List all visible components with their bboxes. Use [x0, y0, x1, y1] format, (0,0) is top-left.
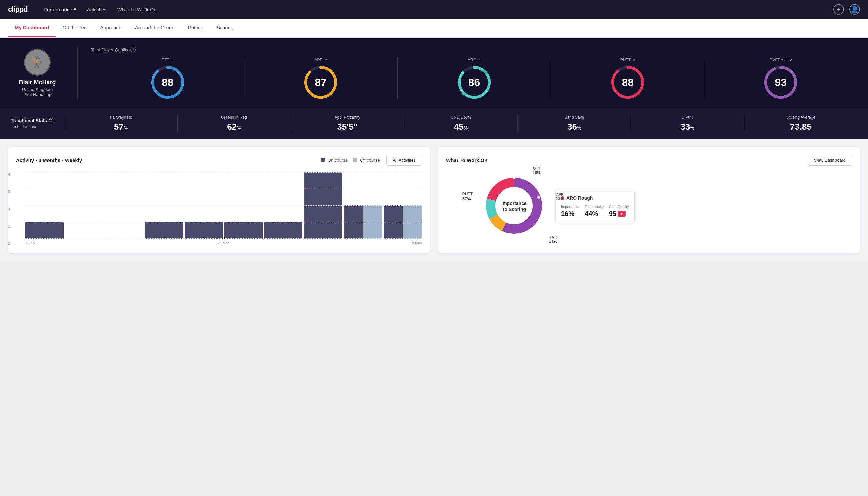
bar-dark-3	[145, 222, 183, 238]
quality-circles: OTT ↗ 88 APP ↗ 87 ARG ↗ 86 PUTT ↗ 88 OVE…	[91, 58, 857, 99]
circle-label-putt: PUTT ↗	[620, 58, 635, 62]
tooltip-title: ARG Rough	[561, 195, 629, 201]
tab-around-the-green[interactable]: Around the Green	[128, 19, 181, 37]
nav-activities[interactable]: Activities	[87, 7, 107, 12]
bar-group-4	[185, 222, 223, 238]
bar-empty-1	[65, 238, 104, 238]
stat-name-0: Fairways Hit	[110, 115, 132, 120]
circle-value-arg: 86	[468, 76, 480, 89]
opportunity-stat: Opportunity 44%	[585, 204, 603, 218]
bar-dark-5	[224, 222, 263, 238]
quality-circle-app: APP ↗ 87	[244, 58, 397, 99]
tab-my-dashboard[interactable]: My Dashboard	[8, 19, 56, 37]
quality-circle-overall: OVERALL ↗ 93	[705, 58, 857, 99]
donut-container: Importance To Scoring OTT10% APP12% ARG2…	[480, 172, 547, 240]
view-dashboard-button[interactable]: View Dashboard	[808, 155, 852, 166]
add-button[interactable]: ＋	[833, 4, 844, 15]
player-country: United Kingdom	[22, 87, 53, 92]
stats-bar: Traditional Stats ? Last 20 rounds Fairw…	[0, 108, 868, 139]
quality-section: Total Player Quality ? OTT ↗ 88 APP ↗ 87…	[91, 47, 857, 99]
bar-empty-2	[105, 238, 143, 238]
activity-card: Activity - 3 Months - Weekly On course O…	[8, 146, 430, 253]
stat-item-1: Greens In Reg 62%	[177, 115, 290, 132]
stat-name-1: Greens In Reg	[221, 115, 247, 120]
shot-quality-badge: ▼	[617, 211, 626, 217]
all-activities-button[interactable]: All Activities	[386, 155, 422, 166]
nav-right-actions: ＋ 👤	[833, 4, 860, 15]
avatar: 🏌️	[24, 49, 51, 76]
circle-label-app: APP ↗	[315, 58, 327, 62]
stat-name-6: Scoring Average	[786, 115, 815, 120]
circle-label-ott: OTT ↗	[161, 58, 174, 62]
donut-section: PUTT 57%	[446, 172, 852, 240]
tooltip-stats: Importance 16% Opportunity 44% Shot Qual…	[561, 204, 629, 218]
player-name: Blair McHarg	[19, 79, 56, 86]
stat-item-5: 1 Putt 33%	[631, 115, 744, 132]
svg-point-20	[537, 196, 540, 199]
bar-group-7	[304, 172, 343, 238]
stat-item-6: Scoring Average 73.85	[744, 115, 857, 132]
bar-group-1	[65, 238, 104, 238]
putt-label: PUTT 57%	[462, 191, 473, 201]
stat-value-4: 36%	[567, 122, 581, 132]
stat-value-6: 73.85	[790, 122, 812, 132]
circle-wrap-app: 87	[304, 66, 337, 99]
app-outer-label: APP12%	[556, 192, 564, 201]
quality-title: Total Player Quality ?	[91, 47, 857, 52]
on-course-legend: On course	[321, 158, 348, 162]
wtwo-card-header: What To Work On View Dashboard	[446, 155, 852, 166]
stat-value-2: 35'5"	[337, 122, 358, 132]
bar-group-3	[145, 222, 183, 238]
quality-circle-putt: PUTT ↗ 88	[551, 58, 704, 99]
activity-card-header: Activity - 3 Months - Weekly On course O…	[16, 155, 422, 166]
stat-name-4: Sand Save	[564, 115, 584, 120]
svg-point-19	[512, 176, 515, 179]
quality-info-icon[interactable]: ?	[130, 47, 136, 52]
stats-label-group: Traditional Stats ? Last 20 rounds	[11, 118, 64, 129]
importance-stat: Importance 16%	[561, 204, 579, 218]
circle-wrap-overall: 93	[764, 66, 798, 99]
activity-card-title: Activity - 3 Months - Weekly	[16, 157, 82, 163]
user-menu-button[interactable]: 👤	[849, 4, 860, 15]
bar-dark-0	[25, 222, 64, 238]
circle-value-ott: 88	[161, 76, 174, 89]
on-course-dot	[321, 158, 325, 161]
tooltip-card: ARG Rough Importance 16% Opportunity 44%…	[555, 189, 634, 223]
stat-name-2: App. Proximity	[335, 115, 360, 120]
stat-item-2: App. Proximity 35'5"	[291, 115, 404, 132]
chart-container: 0 1 2 3 4 7 Feb 28 M	[16, 172, 422, 246]
circle-wrap-putt: 88	[611, 66, 644, 99]
bar-light-8	[363, 205, 382, 238]
stats-title: Traditional Stats ?	[11, 118, 64, 123]
hero-section: 🏌️ Blair McHarg United Kingdom Plus Hand…	[0, 37, 868, 108]
stat-item-0: Fairways Hit 57%	[64, 115, 177, 132]
stats-subtitle: Last 20 rounds	[11, 124, 64, 129]
bar-light-9	[403, 205, 422, 238]
bar-group-9	[384, 205, 422, 238]
nav-what-to-work-on[interactable]: What To Work On	[117, 7, 157, 12]
left-labels: PUTT 57%	[446, 191, 473, 221]
stats-info-icon[interactable]: ?	[49, 118, 54, 123]
bar-dark-7	[304, 172, 343, 238]
nav-performance[interactable]: Performance ▾	[44, 6, 76, 12]
tab-scoring[interactable]: Scoring	[210, 19, 240, 37]
tab-off-the-tee[interactable]: Off the Tee	[56, 19, 93, 37]
quality-circle-arg: ARG ↗ 86	[398, 58, 551, 99]
bar-group-5	[224, 222, 263, 238]
stat-name-3: Up & Down	[451, 115, 471, 120]
bar-dark-4	[185, 222, 223, 238]
tab-putting[interactable]: Putting	[181, 19, 210, 37]
stat-value-1: 62%	[227, 122, 241, 132]
tab-approach[interactable]: Approach	[93, 19, 128, 37]
stat-item-3: Up & Down 45%	[404, 115, 517, 132]
donut-center-text: Importance To Scoring	[501, 200, 526, 212]
arg-outer-label: ARG21%	[549, 235, 557, 244]
stat-item-4: Sand Save 36%	[517, 115, 631, 132]
tab-bar: My Dashboard Off the Tee Approach Around…	[0, 19, 868, 37]
circle-label-overall: OVERALL ↗	[769, 58, 792, 62]
chart-legend: On course Off course	[321, 158, 380, 162]
divider	[77, 47, 78, 99]
shot-quality-stat: Shot Quality 95 ▼	[609, 204, 629, 218]
bar-dark-6	[265, 222, 303, 238]
chart-area: 7 Feb 28 Mar 9 May	[25, 172, 422, 246]
